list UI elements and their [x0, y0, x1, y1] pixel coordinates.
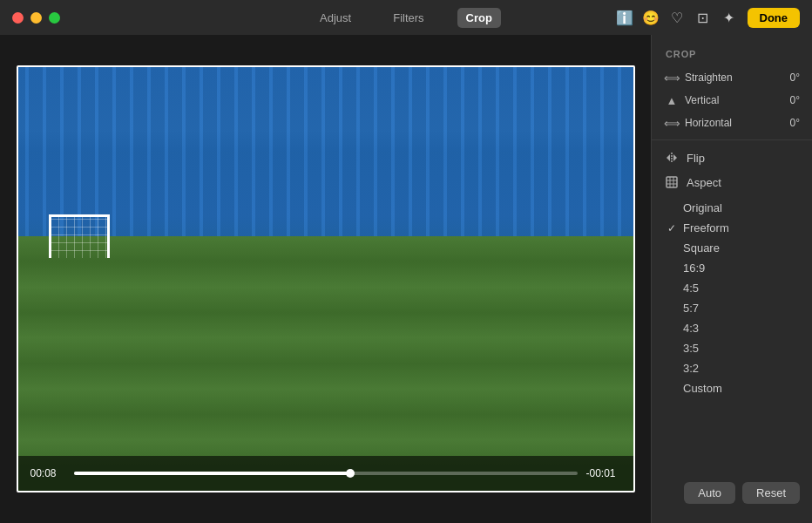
titlebar: Adjust Filters Crop ℹ️ 😊 ♡ ⊡ ✦ Done	[0, 0, 812, 35]
aspect-section: Original Freeform Square 16:9 4:5 5:7 4:…	[652, 194, 812, 402]
titlebar-right: ℹ️ 😊 ♡ ⊡ ✦ Done	[617, 8, 801, 28]
goal-net	[51, 217, 107, 258]
straighten-row[interactable]: ⟺ Straighten 0°	[652, 66, 812, 89]
aspect-3x5[interactable]: 3:5	[652, 338, 812, 358]
divider-1	[652, 139, 812, 140]
progress-bar[interactable]	[74, 472, 578, 475]
aspect-4x3[interactable]: 4:3	[652, 318, 812, 338]
aspect-icon	[664, 174, 680, 190]
nav-tabs: Adjust Filters Crop	[311, 8, 501, 28]
straighten-label: Straighten	[685, 71, 774, 84]
aspect-3x2[interactable]: 3:2	[652, 358, 812, 378]
progress-fill	[74, 472, 351, 475]
vertical-value: 0°	[779, 94, 800, 106]
sidebar-bottom: Auto Reset	[652, 473, 812, 513]
aspect-original[interactable]: Original	[652, 198, 812, 218]
sidebar: CROP ⟺ Straighten 0° ▲ Vertical 0° ⟺ Hor…	[651, 35, 812, 523]
aspect-row[interactable]: Aspect	[652, 170, 812, 194]
video-wrapper: 00:08 -00:01	[17, 65, 635, 492]
aspect-4x5[interactable]: 4:5	[652, 278, 812, 298]
vertical-label: Vertical	[685, 94, 774, 106]
done-button[interactable]: Done	[748, 8, 801, 28]
close-button[interactable]	[12, 12, 24, 24]
aspect-16x9[interactable]: 16:9	[652, 258, 812, 278]
info-icon[interactable]: ℹ️	[617, 10, 633, 25]
wand-icon[interactable]: ✦	[721, 10, 737, 25]
heart-icon[interactable]: ♡	[669, 10, 685, 25]
maximize-button[interactable]	[49, 12, 60, 24]
video-background	[18, 67, 633, 491]
minimize-button[interactable]	[30, 12, 42, 24]
flip-row[interactable]: Flip	[652, 146, 812, 170]
aspect-label: Aspect	[687, 176, 721, 189]
vertical-icon: ▲	[664, 92, 680, 108]
straighten-value: 0°	[779, 71, 800, 84]
stadium-seats	[18, 67, 633, 258]
smile-icon[interactable]: 😊	[643, 10, 659, 25]
crop-icon[interactable]: ⊡	[695, 10, 711, 25]
auto-button[interactable]: Auto	[684, 482, 735, 504]
horizontal-row[interactable]: ⟺ Horizontal 0°	[652, 112, 812, 134]
flip-label: Flip	[687, 152, 705, 165]
video-frame: 00:08 -00:01	[17, 65, 635, 492]
aspect-custom[interactable]: Custom	[652, 378, 812, 398]
window-controls	[12, 12, 60, 24]
soccer-field	[18, 236, 633, 491]
svg-rect-0	[667, 177, 677, 187]
aspect-square[interactable]: Square	[652, 238, 812, 258]
tab-filters[interactable]: Filters	[384, 8, 432, 28]
tab-adjust[interactable]: Adjust	[311, 8, 360, 28]
vertical-row[interactable]: ▲ Vertical 0°	[652, 89, 812, 112]
progress-thumb	[346, 469, 355, 478]
time-remaining: -00:01	[586, 467, 621, 479]
straighten-icon: ⟺	[664, 70, 680, 85]
video-controls: 00:08 -00:01	[18, 456, 633, 491]
horizontal-label: Horizontal	[685, 117, 774, 129]
sidebar-title: CROP	[652, 45, 812, 66]
aspect-5x7[interactable]: 5:7	[652, 298, 812, 318]
reset-button[interactable]: Reset	[742, 482, 800, 504]
video-area: 00:08 -00:01	[0, 35, 651, 523]
horizontal-icon: ⟺	[664, 115, 680, 131]
main-content: 00:08 -00:01 CROP ⟺ Straighten 0° ▲ Vert…	[0, 35, 812, 523]
time-current: 00:08	[30, 467, 65, 479]
flip-icon	[664, 150, 680, 166]
tab-crop[interactable]: Crop	[457, 8, 501, 28]
aspect-freeform[interactable]: Freeform	[652, 218, 812, 238]
soccer-goal	[49, 214, 110, 258]
horizontal-value: 0°	[779, 117, 800, 129]
